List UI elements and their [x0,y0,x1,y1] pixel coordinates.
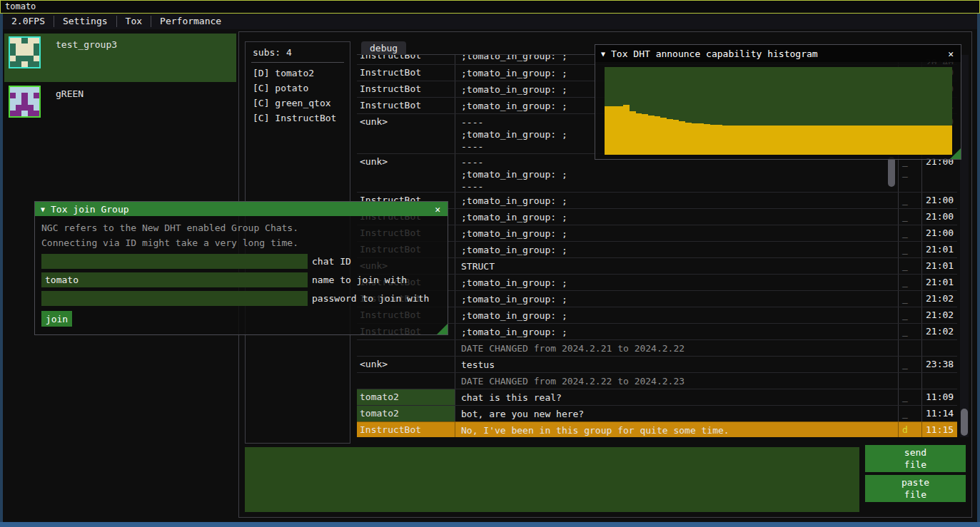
delivery-status: _ _ [899,357,922,372]
timestamp: 21:02 [922,324,957,339]
histogram-bar [934,126,940,155]
delivery-status: _ _ [899,209,922,225]
histogram-bar [878,126,884,155]
chat-message-row: <unk>testus_ _23:38 [357,356,957,372]
histogram-bar [630,111,636,155]
join-password-input[interactable] [41,291,308,306]
message-line: chat is this real? [461,392,898,404]
message-line: ;tomato_in_group: ; [461,326,898,338]
tox-join-group-dialog: ▼ Tox join Group ✕ NGC refers to the New… [34,201,448,335]
timestamp: 21:01 [922,242,957,257]
sender-name: InstructBot [357,81,455,97]
dht-capability-histogram-plot [605,67,952,155]
histogram-bar [884,126,891,155]
timestamp: 21:00 [922,225,957,241]
menu-bar: 2.0FPSSettingsToxPerformance [3,14,977,29]
join-name-label: name to join with [308,275,407,285]
message-line: ;tomato_in_group: ; [461,168,898,180]
timestamp [922,373,957,389]
histogram-bar [772,126,779,155]
menu-item-tox[interactable]: Tox [117,14,151,29]
timestamp: 21:01 [922,275,957,290]
message-text: ;tomato_in_group: ; [455,193,899,208]
resize-grip-icon[interactable] [437,324,448,334]
histogram-bar [642,114,648,155]
message-text: ;tomato_in_group: ; [455,242,899,257]
timestamp: 21:01 [922,258,957,274]
sender-name: tomato2 [357,389,455,405]
histogram-bar [797,126,804,155]
join-name-input[interactable] [41,272,308,287]
resize-grip-icon[interactable] [950,148,961,159]
histogram-bar [717,125,723,155]
paste-file-button[interactable]: paste file [865,475,966,502]
chat-scrollbar-thumb[interactable] [961,409,968,436]
timestamp: 11:15 [922,422,957,437]
histogram-bar [655,116,661,155]
message-line: ;tomato_in_group: ; [461,309,898,322]
group-row-test_group3[interactable]: test_group3 [4,34,236,82]
close-icon[interactable]: ✕ [433,204,442,215]
menu-item-20fps[interactable]: 2.0FPS [3,14,54,29]
paste-file-label-line2: file [904,488,926,501]
histogram-bar [692,123,698,155]
histogram-bar [679,121,685,155]
sender-name: InstructBot [357,65,455,81]
message-input[interactable] [245,447,859,512]
message-line: bot, are you new here? [461,408,898,420]
histogram-bar [754,126,760,155]
menu-item-settings[interactable]: Settings [54,14,116,29]
tab-debug[interactable]: debug [361,41,406,55]
sender-name: InstructBot [357,55,455,64]
delivery-status: _ _ [899,324,922,339]
histogram-bar [909,126,915,155]
join-dialog-titlebar[interactable]: ▼ Tox join Group ✕ [35,202,448,216]
histogram-bar [915,126,921,155]
sender-name: <unk> [357,154,455,192]
histogram-bar [747,126,754,155]
chat-id-input[interactable] [41,254,308,269]
delivery-status: _ _ [899,291,922,307]
delivered-mark: d [902,424,911,435]
paste-file-label-line1: paste [901,476,929,488]
dht-histogram-window: ▼ Tox DHT announce capability histogram … [595,44,961,160]
histogram-bar [890,126,896,155]
histogram-bar [648,116,655,155]
chat-message-row: InstructBotNo, I've been in this group f… [357,421,957,437]
delivery-status: _ _ [899,406,922,421]
timestamp [922,340,957,356]
join-button[interactable]: join [41,311,72,327]
window-titlebar[interactable]: tomato [0,0,980,14]
sender-name [357,373,455,389]
join-dialog-title: Tox join Group [51,204,428,215]
histogram-bar [804,126,810,155]
histogram-bar [729,126,735,155]
histogram-bar [834,126,841,155]
message-line: DATE CHANGED from 2024.2.21 to 2024.2.22 [461,342,898,354]
window-frame-bottom [0,522,980,527]
sender-name: tomato2 [357,406,455,421]
message-line: STRUCT [461,260,898,272]
timestamp: 21:02 [922,307,957,323]
histogram-bar [698,123,704,155]
menu-item-performance[interactable]: Performance [151,14,230,29]
timestamp: 21:02 [922,291,957,307]
histogram-bar [710,125,717,155]
collapse-arrow-icon[interactable]: ▼ [601,50,605,58]
message-scrollbar-thumb[interactable] [888,157,895,187]
collapse-arrow-icon[interactable]: ▼ [41,205,45,213]
message-line: ;tomato_in_group: ; [461,277,898,289]
histogram-bar [847,126,853,155]
send-file-button[interactable]: send file [865,445,966,472]
group-row-gREEN[interactable]: gREEN [4,83,236,121]
delivery-status: _ _ [899,389,922,405]
tomato-app-window: tomato 2.0FPSSettingsToxPerformance test… [0,0,980,527]
dht-histogram-titlebar[interactable]: ▼ Tox DHT announce capability histogram … [595,45,961,62]
histogram-bar [617,106,623,155]
window-frame-right [977,14,980,527]
message-text: chat is this real? [455,389,899,405]
message-text: STRUCT [455,258,899,274]
ngc-info-line2: Connecting via ID might take a very long… [41,235,441,250]
close-icon[interactable]: ✕ [946,48,955,59]
histogram-bar [722,126,729,155]
